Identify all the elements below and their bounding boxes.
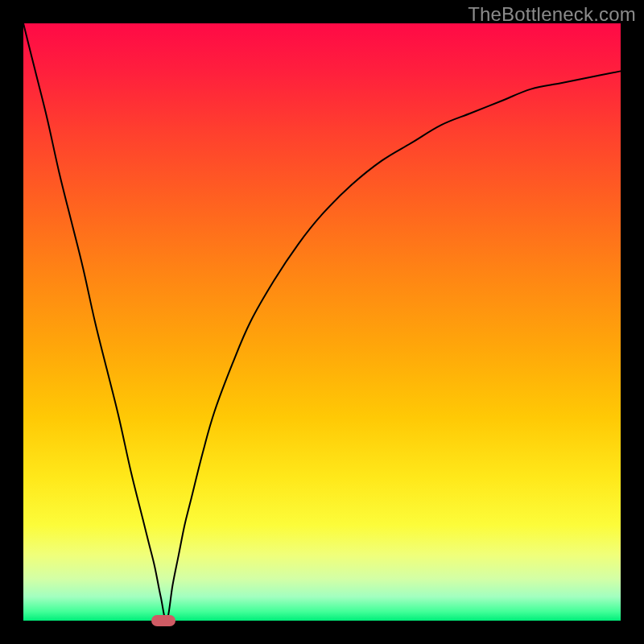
curve-path: [23, 23, 621, 621]
bottleneck-curve: [23, 23, 621, 621]
chart-frame: TheBottleneck.com: [0, 0, 644, 644]
plot-area: [23, 23, 621, 621]
optimal-marker: [151, 615, 175, 626]
watermark-text: TheBottleneck.com: [468, 3, 636, 26]
